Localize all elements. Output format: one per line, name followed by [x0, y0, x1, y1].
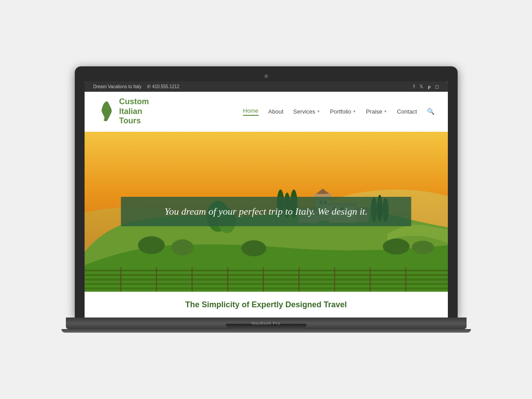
top-bar-left: Dream Vacations to Italy ✆ 410.555.1212: [93, 84, 179, 89]
svg-point-47: [412, 240, 434, 254]
svg-rect-33: [191, 267, 193, 292]
portfolio-dropdown-arrow: ▼: [353, 110, 356, 114]
logo-map-icon: [98, 100, 116, 122]
macbook-screen-inner: Dream Vacations to Italy ✆ 410.555.1212 …: [85, 81, 448, 318]
macbook-bottom: [61, 329, 471, 333]
phone-area: ✆ 410.555.1212: [147, 84, 179, 89]
section-title-bar: The Simplicity of Expertly Designed Trav…: [85, 292, 448, 318]
svg-rect-28: [85, 283, 448, 285]
facebook-icon[interactable]: f: [413, 84, 414, 90]
hero-section: You dream of your perfect trip to Italy.…: [85, 132, 448, 292]
hero-banner: You dream of your perfect trip to Italy.…: [121, 197, 411, 226]
svg-rect-27: [85, 278, 448, 280]
logo-area: Custom Italian Tours: [98, 97, 149, 126]
hero-tagline: You dream of your perfect trip to Italy.…: [138, 206, 394, 217]
services-dropdown-arrow: ▼: [317, 110, 320, 114]
instagram-icon[interactable]: ◻: [435, 84, 439, 90]
svg-rect-31: [120, 267, 122, 292]
svg-rect-36: [298, 267, 300, 292]
logo-italian: Italian: [119, 107, 149, 117]
site-header: Custom Italian Tours Home About: [85, 92, 448, 132]
svg-rect-39: [405, 267, 406, 292]
nav-about[interactable]: About: [268, 108, 284, 115]
macbook-base: MacBook Pro: [66, 318, 467, 329]
nav-services[interactable]: Services ▼: [293, 108, 321, 115]
svg-rect-32: [156, 267, 157, 292]
macbook-screen-outer: Dream Vacations to Italy ✆ 410.555.1212 …: [75, 66, 458, 318]
website: Dream Vacations to Italy ✆ 410.555.1212 …: [85, 81, 448, 318]
macbook-label: MacBook Pro: [252, 321, 280, 326]
macbook-camera: [264, 74, 268, 78]
svg-point-43: [138, 236, 165, 254]
twitter-icon[interactable]: 𝕏: [419, 84, 423, 90]
top-bar: Dream Vacations to Italy ✆ 410.555.1212 …: [85, 81, 448, 92]
logo-tours: Tours: [119, 116, 149, 126]
svg-point-46: [383, 238, 410, 254]
svg-rect-34: [227, 267, 228, 292]
svg-rect-35: [263, 267, 264, 292]
svg-rect-37: [334, 267, 335, 292]
phone-number: 410.555.1212: [152, 84, 179, 89]
logo-custom: Custom: [119, 97, 149, 107]
search-icon[interactable]: 🔍: [427, 108, 435, 115]
brand-text: Dream Vacations to Italy: [93, 84, 142, 89]
svg-rect-29: [85, 287, 448, 289]
svg-point-44: [171, 239, 194, 255]
main-nav: Home About Services ▼ Portfolio ▼: [243, 107, 435, 116]
nav-praise[interactable]: Praise ▼: [366, 108, 387, 115]
svg-point-0: [103, 104, 105, 106]
nav-home[interactable]: Home: [243, 107, 259, 116]
macbook-wrapper: Dream Vacations to Italy ✆ 410.555.1212 …: [66, 66, 467, 333]
social-links: f 𝕏 𝐩 ◻: [413, 84, 439, 90]
section-title: The Simplicity of Expertly Designed Trav…: [93, 300, 439, 309]
logo-text: Custom Italian Tours: [119, 97, 149, 126]
praise-dropdown-arrow: ▼: [384, 110, 387, 114]
phone-icon: ✆: [147, 84, 150, 89]
svg-rect-38: [370, 267, 371, 292]
svg-point-45: [241, 240, 266, 256]
nav-contact[interactable]: Contact: [397, 108, 417, 115]
nav-portfolio[interactable]: Portfolio ▼: [330, 108, 356, 115]
pinterest-icon[interactable]: 𝐩: [428, 84, 430, 90]
